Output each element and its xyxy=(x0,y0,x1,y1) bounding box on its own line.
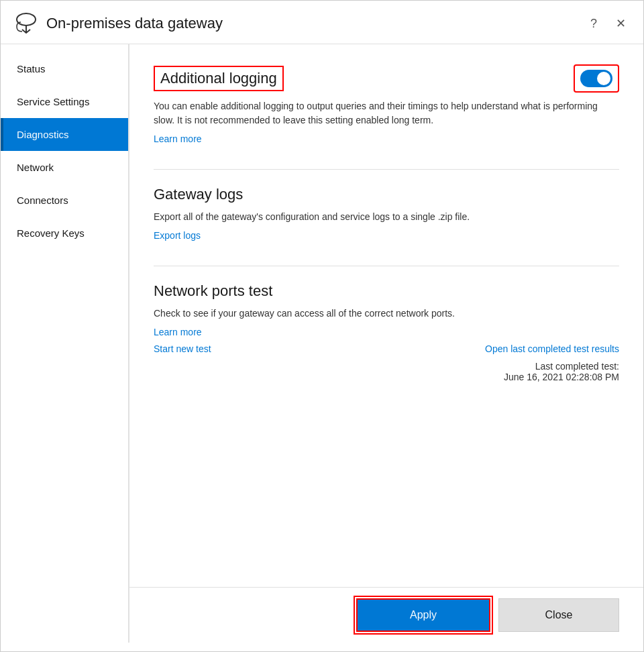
footer: Apply Close xyxy=(129,587,643,643)
additional-logging-toggle-wrapper[interactable] xyxy=(574,64,619,93)
sidebar-item-diagnostics[interactable]: Diagnostics xyxy=(1,118,128,151)
close-window-button[interactable]: ✕ xyxy=(612,13,630,34)
additional-logging-section: Additional logging You can enable additi… xyxy=(154,64,619,145)
content-area: Additional logging You can enable additi… xyxy=(129,44,643,643)
sidebar-item-network[interactable]: Network xyxy=(1,151,128,184)
export-logs-link[interactable]: Export logs xyxy=(154,230,201,241)
toggle-thumb xyxy=(597,72,610,85)
last-completed-label: Last completed test: xyxy=(154,361,619,372)
last-completed-info: Last completed test: June 16, 2021 02:28… xyxy=(154,361,619,382)
main-layout: Status Service Settings Diagnostics Netw… xyxy=(1,44,643,643)
open-last-results-link[interactable]: Open last completed test results xyxy=(485,343,619,354)
network-ports-description: Check to see if your gateway can access … xyxy=(154,307,610,321)
toggle-track xyxy=(580,70,612,87)
title-bar-left: On-premises data gateway xyxy=(14,11,223,36)
additional-logging-learn-more-link[interactable]: Learn more xyxy=(154,133,202,144)
gateway-logs-description: Export all of the gateway's configuratio… xyxy=(154,210,610,224)
svg-point-0 xyxy=(17,13,36,25)
help-button[interactable]: ? xyxy=(586,14,601,34)
app-icon xyxy=(14,11,38,36)
apply-button[interactable]: Apply xyxy=(356,598,490,632)
sidebar-item-status[interactable]: Status xyxy=(1,52,128,85)
network-ports-actions: Start new test Open last completed test … xyxy=(154,343,619,354)
sidebar: Status Service Settings Diagnostics Netw… xyxy=(1,44,129,643)
app-title: On-premises data gateway xyxy=(46,15,223,32)
sidebar-item-recovery-keys[interactable]: Recovery Keys xyxy=(1,217,128,250)
network-ports-title: Network ports test xyxy=(154,282,619,300)
start-new-test-link[interactable]: Start new test xyxy=(154,343,211,354)
additional-logging-title: Additional logging xyxy=(154,66,284,91)
network-ports-learn-more-link[interactable]: Learn more xyxy=(154,327,202,337)
additional-logging-description: You can enable additional logging to out… xyxy=(154,99,610,127)
divider-2 xyxy=(154,266,619,266)
divider-1 xyxy=(154,169,619,170)
title-bar: On-premises data gateway ? ✕ xyxy=(1,1,643,44)
sidebar-item-connectors[interactable]: Connectors xyxy=(1,184,128,217)
gateway-logs-section: Gateway logs Export all of the gateway's… xyxy=(154,186,619,241)
additional-logging-header: Additional logging xyxy=(154,64,619,93)
network-ports-section: Network ports test Check to see if your … xyxy=(154,282,619,382)
title-bar-controls: ? ✕ xyxy=(586,13,630,34)
sidebar-item-service-settings[interactable]: Service Settings xyxy=(1,85,128,118)
gateway-logs-title: Gateway logs xyxy=(154,186,619,203)
additional-logging-toggle[interactable] xyxy=(580,70,612,87)
close-button[interactable]: Close xyxy=(498,598,619,632)
last-completed-date: June 16, 2021 02:28:08 PM xyxy=(154,372,619,382)
